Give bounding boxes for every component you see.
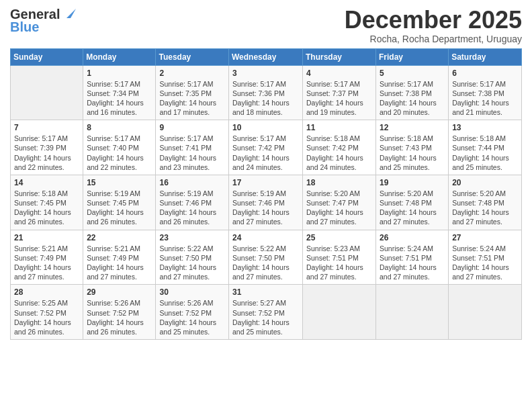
header-day-sunday: Sunday [11, 48, 83, 65]
day-info: Sunrise: 5:24 AMSunset: 7:51 PMDaylight:… [380, 244, 445, 282]
day-number: 17 [232, 178, 299, 187]
calendar-cell: 9Sunrise: 5:17 AMSunset: 7:41 PMDaylight… [156, 120, 229, 175]
day-number: 26 [380, 233, 445, 242]
calendar-cell [449, 285, 522, 340]
day-info: Sunrise: 5:25 AMSunset: 7:52 PMDaylight:… [14, 298, 79, 336]
header-day-thursday: Thursday [303, 48, 376, 65]
calendar-cell: 31Sunrise: 5:27 AMSunset: 7:52 PMDayligh… [229, 285, 303, 340]
day-number: 8 [87, 123, 152, 132]
calendar-cell: 4Sunrise: 5:17 AMSunset: 7:37 PMDaylight… [303, 65, 376, 120]
calendar-week-2: 7Sunrise: 5:17 AMSunset: 7:39 PMDaylight… [11, 120, 522, 175]
day-number: 10 [232, 123, 299, 132]
day-number: 5 [380, 68, 445, 78]
day-number: 18 [306, 178, 372, 187]
calendar-cell: 23Sunrise: 5:22 AMSunset: 7:50 PMDayligh… [156, 230, 229, 285]
day-info: Sunrise: 5:17 AMSunset: 7:37 PMDaylight:… [306, 79, 372, 118]
day-number: 30 [159, 287, 225, 297]
calendar-week-3: 14Sunrise: 5:18 AMSunset: 7:45 PMDayligh… [11, 175, 522, 230]
day-info: Sunrise: 5:17 AMSunset: 7:39 PMDaylight:… [14, 134, 79, 172]
calendar-cell: 21Sunrise: 5:21 AMSunset: 7:49 PMDayligh… [11, 230, 83, 285]
day-number: 2 [159, 68, 225, 78]
day-info: Sunrise: 5:18 AMSunset: 7:43 PMDaylight:… [380, 134, 445, 172]
day-number: 25 [306, 233, 372, 242]
day-info: Sunrise: 5:19 AMSunset: 7:46 PMDaylight:… [159, 189, 225, 227]
day-info: Sunrise: 5:22 AMSunset: 7:50 PMDaylight:… [232, 244, 299, 282]
calendar-cell: 22Sunrise: 5:21 AMSunset: 7:49 PMDayligh… [83, 230, 156, 285]
day-info: Sunrise: 5:18 AMSunset: 7:42 PMDaylight:… [306, 134, 372, 172]
calendar-cell: 18Sunrise: 5:20 AMSunset: 7:47 PMDayligh… [303, 175, 376, 230]
header-day-saturday: Saturday [449, 48, 522, 65]
day-number: 28 [14, 287, 79, 297]
location-subtitle: Rocha, Rocha Department, Uruguay [345, 34, 522, 44]
header-day-tuesday: Tuesday [156, 48, 229, 65]
day-number: 16 [159, 178, 225, 187]
logo: General Blue [10, 7, 76, 35]
day-info: Sunrise: 5:27 AMSunset: 7:52 PMDaylight:… [232, 298, 299, 336]
day-info: Sunrise: 5:19 AMSunset: 7:46 PMDaylight:… [232, 189, 299, 227]
day-number: 27 [452, 233, 518, 242]
day-info: Sunrise: 5:17 AMSunset: 7:40 PMDaylight:… [87, 134, 152, 172]
header: General Blue December 2025 Rocha, Rocha … [10, 7, 522, 44]
calendar-cell: 16Sunrise: 5:19 AMSunset: 7:46 PMDayligh… [156, 175, 229, 230]
day-number: 9 [159, 123, 225, 132]
day-number: 14 [14, 178, 79, 187]
day-number: 11 [306, 123, 372, 132]
calendar-cell: 30Sunrise: 5:26 AMSunset: 7:52 PMDayligh… [156, 285, 229, 340]
header-day-wednesday: Wednesday [229, 48, 303, 65]
calendar-cell: 29Sunrise: 5:26 AMSunset: 7:52 PMDayligh… [83, 285, 156, 340]
calendar-cell: 12Sunrise: 5:18 AMSunset: 7:43 PMDayligh… [376, 120, 449, 175]
calendar-cell: 15Sunrise: 5:19 AMSunset: 7:45 PMDayligh… [83, 175, 156, 230]
day-info: Sunrise: 5:20 AMSunset: 7:48 PMDaylight:… [380, 189, 445, 227]
calendar-cell: 17Sunrise: 5:19 AMSunset: 7:46 PMDayligh… [229, 175, 303, 230]
header-day-monday: Monday [83, 48, 156, 65]
calendar-table: SundayMondayTuesdayWednesdayThursdayFrid… [10, 48, 522, 340]
calendar-week-1: 1Sunrise: 5:17 AMSunset: 7:34 PMDaylight… [11, 65, 522, 120]
day-info: Sunrise: 5:19 AMSunset: 7:45 PMDaylight:… [87, 189, 152, 227]
day-info: Sunrise: 5:17 AMSunset: 7:42 PMDaylight:… [232, 134, 299, 172]
header-day-friday: Friday [376, 48, 449, 65]
day-info: Sunrise: 5:21 AMSunset: 7:49 PMDaylight:… [14, 244, 79, 282]
calendar-cell: 10Sunrise: 5:17 AMSunset: 7:42 PMDayligh… [229, 120, 303, 175]
day-info: Sunrise: 5:20 AMSunset: 7:47 PMDaylight:… [306, 189, 372, 227]
title-block: December 2025 Rocha, Rocha Department, U… [345, 7, 522, 44]
calendar-cell: 27Sunrise: 5:24 AMSunset: 7:51 PMDayligh… [449, 230, 522, 285]
day-info: Sunrise: 5:18 AMSunset: 7:45 PMDaylight:… [14, 189, 79, 227]
day-number: 31 [232, 287, 299, 297]
calendar-cell: 3Sunrise: 5:17 AMSunset: 7:36 PMDaylight… [229, 65, 303, 120]
calendar-cell: 7Sunrise: 5:17 AMSunset: 7:39 PMDaylight… [11, 120, 83, 175]
calendar-cell [303, 285, 376, 340]
logo-text-block: General Blue [10, 7, 76, 35]
day-number: 12 [380, 123, 445, 132]
day-number: 21 [14, 233, 79, 242]
calendar-header: SundayMondayTuesdayWednesdayThursdayFrid… [11, 48, 522, 65]
calendar-cell: 2Sunrise: 5:17 AMSunset: 7:35 PMDaylight… [156, 65, 229, 120]
calendar-week-5: 28Sunrise: 5:25 AMSunset: 7:52 PMDayligh… [11, 285, 522, 340]
day-info: Sunrise: 5:17 AMSunset: 7:36 PMDaylight:… [232, 79, 299, 118]
day-number: 23 [159, 233, 225, 242]
day-number: 20 [452, 178, 518, 187]
calendar-cell: 28Sunrise: 5:25 AMSunset: 7:52 PMDayligh… [11, 285, 83, 340]
calendar-cell [11, 65, 83, 120]
day-info: Sunrise: 5:22 AMSunset: 7:50 PMDaylight:… [159, 244, 225, 282]
calendar-cell: 5Sunrise: 5:17 AMSunset: 7:38 PMDaylight… [376, 65, 449, 120]
day-number: 22 [87, 233, 152, 242]
day-info: Sunrise: 5:17 AMSunset: 7:38 PMDaylight:… [380, 79, 445, 118]
calendar-cell: 19Sunrise: 5:20 AMSunset: 7:48 PMDayligh… [376, 175, 449, 230]
calendar-body: 1Sunrise: 5:17 AMSunset: 7:34 PMDaylight… [11, 65, 522, 339]
day-number: 24 [232, 233, 299, 242]
day-number: 19 [380, 178, 445, 187]
logo-bird-icon [61, 6, 76, 21]
day-info: Sunrise: 5:17 AMSunset: 7:34 PMDaylight:… [87, 79, 152, 118]
calendar-cell: 1Sunrise: 5:17 AMSunset: 7:34 PMDaylight… [83, 65, 156, 120]
day-info: Sunrise: 5:17 AMSunset: 7:41 PMDaylight:… [159, 134, 225, 172]
day-info: Sunrise: 5:26 AMSunset: 7:52 PMDaylight:… [87, 298, 152, 336]
day-info: Sunrise: 5:20 AMSunset: 7:48 PMDaylight:… [452, 189, 518, 227]
day-info: Sunrise: 5:23 AMSunset: 7:51 PMDaylight:… [306, 244, 372, 282]
calendar-cell: 8Sunrise: 5:17 AMSunset: 7:40 PMDaylight… [83, 120, 156, 175]
day-number: 1 [87, 68, 152, 78]
day-number: 3 [232, 68, 299, 78]
calendar-cell: 14Sunrise: 5:18 AMSunset: 7:45 PMDayligh… [11, 175, 83, 230]
day-info: Sunrise: 5:21 AMSunset: 7:49 PMDaylight:… [87, 244, 152, 282]
calendar-cell: 13Sunrise: 5:18 AMSunset: 7:44 PMDayligh… [449, 120, 522, 175]
day-info: Sunrise: 5:24 AMSunset: 7:51 PMDaylight:… [452, 244, 518, 282]
